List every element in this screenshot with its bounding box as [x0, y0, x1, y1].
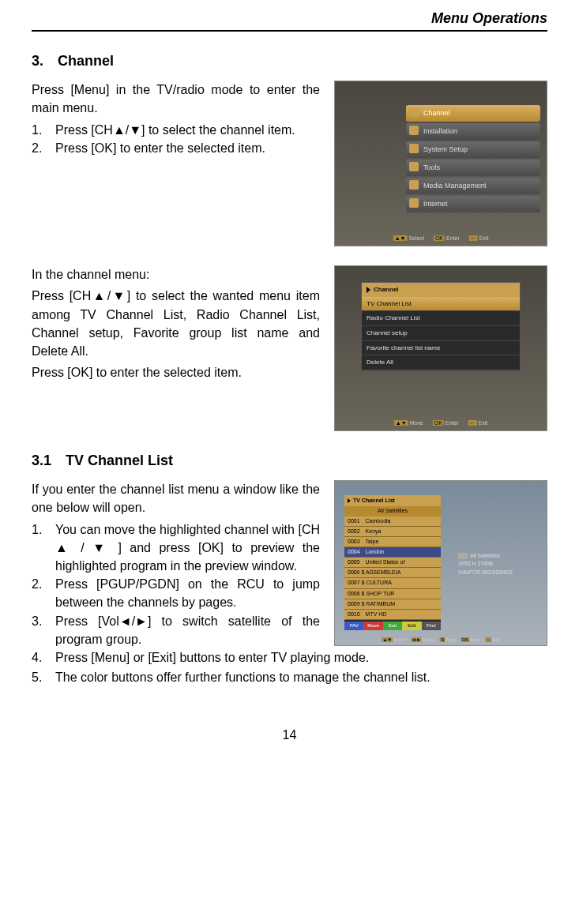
screenshot-main-menu: Channel Installation System Setup Tools …	[334, 81, 547, 246]
channel-row: 0006 $ ASSEMBLEIA	[344, 568, 441, 578]
flag-icon	[458, 553, 468, 559]
menu-item-icon	[409, 126, 419, 135]
channel-row: 0001 Cambodia	[344, 516, 441, 527]
hint-bar: ▲▼ Move OK Enter ← Exit	[394, 419, 487, 427]
submenu-row-selected: TV Channel List	[362, 297, 520, 312]
list-body: Press [OK] to enter the selected item.	[55, 139, 320, 157]
panel-title: TV Channel List	[344, 495, 441, 506]
triangle-icon	[367, 287, 370, 293]
section-channel-text: Press [Menu] in the TV/radio mode to ent…	[32, 81, 320, 246]
hint-bar: ▲▼Select ◄►Group ⇅Page OKEnter ←Exit	[382, 637, 499, 644]
menu-item-icon	[409, 198, 419, 208]
menu-item-icon	[409, 144, 419, 153]
hint-bar: ▲▼ Select OK Enter ← Exit	[393, 235, 489, 242]
menu-row-selected: Channel	[406, 105, 540, 122]
section1-intro: Press [Menu] in the TV/radio mode to ent…	[32, 81, 320, 117]
list-number: 5.	[32, 668, 55, 686]
triangle-icon	[348, 498, 351, 503]
section-channel-menu-text: In the channel menu: Press [CH▲/▼] to se…	[32, 265, 320, 431]
fav-button: FAV	[344, 622, 363, 630]
channel-row: 0009 $ RATIMBUM	[344, 599, 441, 610]
list-number: 4.	[32, 648, 55, 667]
list-body: Press [Vol◄/►] to switch satellite of th…	[55, 612, 320, 648]
list-body: The color buttons offer further function…	[55, 668, 547, 686]
find-button: Find	[422, 622, 441, 630]
submenu-row: Radio Channel List	[362, 311, 520, 326]
menu-row: Media Management	[406, 178, 540, 194]
section3-full-list: 4. Press [Menu] or [Exit] buttons to ent…	[32, 648, 547, 686]
section-tvlist-heading: 3.1 TV Channel List	[32, 450, 547, 471]
sort-button: Sort	[383, 622, 402, 630]
menu-row: Tools	[406, 160, 540, 176]
channel-info: All Satellites 3950 H 27498 V/A/PCR 602/…	[458, 552, 537, 576]
menu-item-icon	[409, 162, 419, 171]
section2-pre: In the channel menu:	[32, 265, 320, 284]
color-buttons: FAV Move Sort Edit Find	[344, 622, 441, 630]
menu-row: Installation	[406, 123, 540, 140]
section-tvlist-text: If you enter the channel list menu a win…	[32, 480, 320, 648]
page-number: 14	[32, 726, 547, 744]
list-body: Press [PGUP/PGDN] on the RCU to jump bet…	[55, 575, 320, 611]
section2-para2: Press [OK] to enter the selected item.	[32, 363, 320, 381]
menu-item-icon	[409, 180, 419, 190]
list-body: You can move the highlighted channel wit…	[55, 520, 320, 576]
channel-row-highlight: 0004 London	[344, 547, 441, 558]
submenu-row: Delete All	[362, 355, 520, 370]
list-number: 3.	[32, 612, 55, 648]
channel-row: 0008 $ SHOP TUR	[344, 589, 441, 599]
channel-row: 0003 Taipe	[344, 537, 441, 547]
satellite-chip: All Satellites	[344, 506, 441, 516]
panel-title: Channel	[362, 283, 520, 297]
move-button: Move	[363, 622, 382, 630]
channel-row: 0007 $ CULTURA	[344, 578, 441, 588]
channel-row: 0005 United States of	[344, 558, 441, 568]
channel-row: 0010 MTV HD	[344, 610, 441, 620]
page-header: Menu Operations	[32, 8, 547, 32]
menu-item-icon	[409, 107, 419, 117]
edit-button: Edit	[402, 622, 421, 630]
screenshot-tv-channel-list: TV Channel List All Satellites 0001 Camb…	[334, 480, 547, 646]
screenshot-channel-submenu: Channel TV Channel List Radio Channel Li…	[334, 265, 547, 431]
section3-intro: If you enter the channel list menu a win…	[32, 480, 320, 516]
header-title: Menu Operations	[431, 10, 547, 26]
list-number: 2.	[32, 575, 55, 611]
submenu-row: Channel setup	[362, 326, 520, 341]
channel-row: 0002 Kenya	[344, 527, 441, 537]
menu-row: System Setup	[406, 141, 540, 158]
submenu-row: Favorite channel list name	[362, 341, 520, 356]
menu-row: Internet	[406, 196, 540, 212]
section-channel-heading: 3. Channel	[32, 51, 547, 71]
list-body: Press [Menu] or [Exit] buttons to enter …	[55, 648, 547, 667]
list-number: 2.	[32, 139, 55, 157]
list-number: 1.	[32, 121, 55, 139]
list-body: Press [CH▲/▼] to select the channel item…	[55, 121, 320, 139]
section2-para1: Press [CH▲/▼] to select the wanted menu …	[32, 287, 320, 360]
list-number: 1.	[32, 520, 55, 576]
